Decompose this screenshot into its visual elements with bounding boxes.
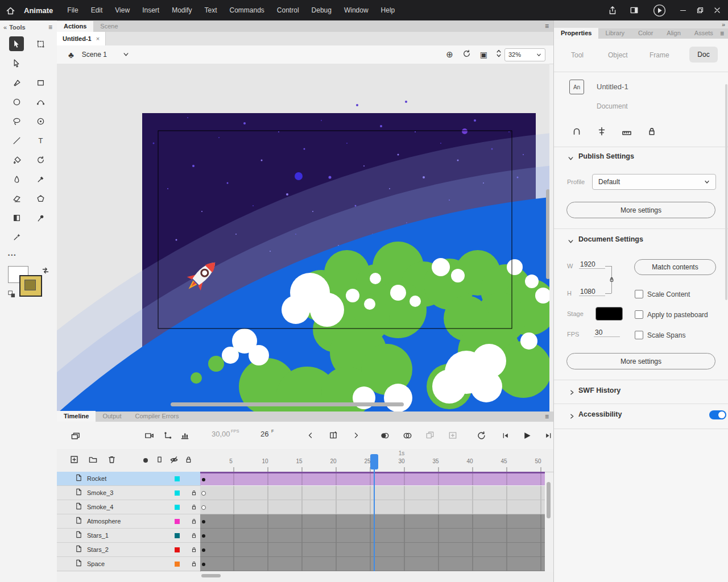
ruler-icon[interactable] [618, 123, 635, 140]
apply-pasteboard-checkbox[interactable] [635, 310, 643, 319]
pin-tool[interactable] [33, 210, 48, 225]
menu-file[interactable]: File [61, 0, 84, 20]
document-tab-close-icon[interactable]: × [96, 35, 100, 42]
frames-row-smoke3[interactable] [200, 486, 545, 500]
more-tools-button[interactable]: ••• [8, 252, 16, 258]
loop-icon[interactable] [475, 430, 487, 441]
accessibility-collapse-icon[interactable] [569, 411, 575, 422]
layer-lock-icon[interactable] [188, 560, 200, 567]
rotate-view-icon[interactable] [462, 49, 471, 60]
menu-debug[interactable]: Debug [305, 0, 338, 20]
publish-collapse-icon[interactable] [568, 153, 574, 164]
frames-row-atmosphere[interactable] [200, 514, 545, 529]
frames-row-smoke4[interactable] [200, 500, 545, 514]
menu-help[interactable]: Help [375, 0, 402, 20]
layer-lock-icon[interactable] [188, 489, 200, 496]
timeline-hscrollbar[interactable] [201, 574, 221, 577]
zoom-select[interactable]: 32% [504, 48, 545, 61]
layer-lock-icon[interactable] [188, 504, 200, 510]
layer-lock-icon[interactable] [188, 518, 200, 525]
new-layer-icon[interactable] [69, 455, 79, 467]
tab-scene[interactable]: Scene [93, 21, 125, 32]
menu-edit[interactable]: Edit [85, 0, 109, 20]
swap-colors-icon[interactable] [41, 266, 50, 277]
menu-control[interactable]: Control [271, 0, 305, 20]
step-forward-icon[interactable] [350, 430, 362, 441]
layer-row-rocket[interactable]: Rocket [57, 472, 200, 486]
stage-hscrollbar[interactable] [171, 402, 404, 406]
frames-row-stars2[interactable] [200, 543, 545, 557]
menu-window[interactable]: Window [338, 0, 375, 20]
swf-history-collapse-icon[interactable] [569, 388, 575, 398]
lock-column-icon[interactable] [184, 455, 193, 466]
layer-lock-icon[interactable] [188, 546, 200, 553]
fps-value[interactable]: 30,00 [212, 430, 230, 438]
curve-icon[interactable] [568, 123, 585, 140]
publish-settings-title[interactable]: Publish Settings [578, 152, 634, 160]
frames-row-stars1[interactable] [200, 529, 545, 543]
frame-picker-icon[interactable] [447, 430, 458, 441]
tab-library[interactable]: Library [598, 28, 631, 39]
stage-viewport[interactable] [57, 64, 549, 411]
docsettings-collapse-icon[interactable] [568, 236, 574, 247]
test-movie-icon[interactable] [651, 0, 668, 20]
tab-output[interactable]: Output [96, 411, 128, 422]
play-icon[interactable] [521, 430, 532, 441]
share-icon[interactable] [604, 0, 621, 20]
docsettings-more-settings-button[interactable]: More settings [566, 353, 715, 369]
layer-color-swatch[interactable] [175, 505, 180, 510]
tab-actions[interactable]: Actions [57, 21, 93, 32]
menu-text[interactable]: Text [198, 0, 223, 20]
onion-skin-outlines-icon[interactable] [402, 430, 413, 441]
visibility-column-icon[interactable] [169, 455, 179, 467]
free-transform-tool[interactable] [33, 36, 48, 51]
primitive-oval-tool[interactable] [33, 114, 48, 128]
home-icon[interactable] [0, 0, 20, 20]
stage-color-swatch[interactable] [595, 307, 623, 321]
menu-commands[interactable]: Commands [224, 0, 271, 20]
restore-button[interactable] [692, 0, 709, 20]
line-tool[interactable] [9, 133, 24, 148]
fluid-brush-tool[interactable] [9, 172, 24, 186]
swf-history-title[interactable]: SWF History [578, 386, 621, 394]
tab-align[interactable]: Align [660, 28, 687, 39]
path-tool[interactable] [33, 94, 48, 109]
frames-row-space[interactable] [200, 557, 545, 571]
subtab-tool[interactable]: Tool [571, 51, 584, 59]
tools-menu-icon[interactable]: ≡ [48, 23, 52, 31]
snap-align-icon[interactable] [593, 123, 610, 140]
menu-insert[interactable]: Insert [136, 0, 166, 20]
center-stage-icon[interactable]: ⊕ [446, 49, 453, 60]
timeline-vscrollbar[interactable] [547, 482, 551, 518]
collapse-panel-icon[interactable]: » [722, 21, 725, 28]
publish-more-settings-button[interactable]: More settings [566, 202, 715, 218]
workspace-icon[interactable] [626, 0, 643, 20]
menu-view[interactable]: View [109, 0, 136, 20]
center-frame-icon[interactable] [328, 430, 339, 441]
new-folder-icon[interactable] [88, 455, 98, 467]
tab-color[interactable]: Color [631, 28, 660, 39]
edit-symbols-icon[interactable]: ♣ [68, 50, 74, 60]
subselection-tool[interactable] [9, 56, 24, 70]
scale-content-checkbox[interactable] [635, 290, 643, 298]
layer-color-swatch[interactable] [175, 547, 180, 552]
default-colors-icon[interactable] [8, 290, 15, 300]
edit-multiple-frames-icon[interactable] [424, 430, 436, 441]
tab-compiler-errors[interactable]: Compiler Errors [128, 411, 185, 422]
timeline-view-options-icon[interactable] [179, 430, 191, 441]
next-frame-icon[interactable] [543, 430, 554, 441]
subtab-doc[interactable]: Doc [689, 47, 718, 63]
camera-icon[interactable] [143, 430, 155, 441]
layer-color-swatch[interactable] [175, 476, 180, 481]
layer-row-atmosphere[interactable]: Atmosphere [57, 514, 200, 529]
document-tab[interactable]: Untitled-1 × [57, 32, 106, 45]
height-input[interactable] [579, 288, 605, 296]
layer-lock-icon[interactable] [188, 532, 200, 539]
match-contents-button[interactable]: Match contents [634, 259, 716, 275]
scene-dropdown-icon[interactable] [123, 49, 129, 60]
document-settings-title[interactable]: Document Settings [578, 235, 643, 243]
accessibility-toggle[interactable] [709, 410, 726, 419]
outline-column-icon[interactable] [155, 455, 164, 466]
playhead-marker[interactable] [370, 454, 378, 469]
scale-spans-checkbox[interactable] [635, 331, 643, 339]
